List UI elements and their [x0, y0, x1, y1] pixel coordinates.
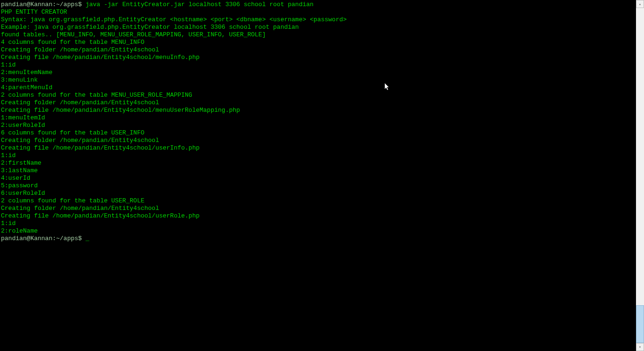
terminal-line: 2:menuItemName: [1, 69, 636, 76]
terminal-output[interactable]: pandian@Kannan:~/apps$ java -jar EntityC…: [0, 0, 636, 351]
shell-command: java -jar EntityCreator.jar localhost 33…: [82, 1, 314, 8]
shell-prompt: pandian@Kannan:~/apps$: [1, 235, 82, 242]
terminal-line: 2:userRoleId: [1, 122, 636, 129]
terminal-line: Creating file /home/pandian/Entity4schoo…: [1, 212, 636, 220]
terminal-line: 6 columns found for the table USER_INFO: [1, 129, 636, 137]
terminal-line: found tables.. [MENU_INFO, MENU_USER_ROL…: [1, 31, 636, 39]
terminal-line: 1:id: [1, 61, 636, 69]
terminal-line: pandian@Kannan:~/apps$ java -jar EntityC…: [1, 1, 636, 8]
terminal-line: 3:lastName: [1, 167, 636, 175]
terminal-line: Syntax: java org.grassfield.php.EntityCr…: [1, 16, 636, 24]
terminal-line: Creating file /home/pandian/Entity4schoo…: [1, 54, 636, 61]
terminal-line: Creating file /home/pandian/Entity4schoo…: [1, 144, 636, 152]
terminal-line: 2 columns found for the table USER_ROLE: [1, 197, 636, 205]
terminal-line: 4:parentMenuId: [1, 84, 636, 92]
vertical-scrollbar[interactable]: ▴ ▾: [636, 0, 644, 351]
terminal-line: 5:password: [1, 182, 636, 190]
terminal-line: 1:menuItemId: [1, 114, 636, 122]
terminal-line: 4 columns found for the table MENU_INFO: [1, 39, 636, 46]
terminal-line: Creating folder /home/pandian/Entity4sch…: [1, 137, 636, 144]
terminal-line: 1:id: [1, 152, 636, 159]
terminal-line: 1:id: [1, 220, 636, 227]
terminal-line: Creating folder /home/pandian/Entity4sch…: [1, 205, 636, 212]
scroll-up-button[interactable]: ▴: [636, 0, 644, 8]
terminal-line: 3:menuLink: [1, 76, 636, 84]
scroll-down-button[interactable]: ▾: [636, 343, 644, 351]
terminal-line: Creating folder /home/pandian/Entity4sch…: [1, 46, 636, 54]
terminal-line: 6:userRoleId: [1, 190, 636, 197]
terminal-line: PHP ENTITY CREATOR: [1, 8, 636, 16]
shell-prompt: pandian@Kannan:~/apps$: [1, 1, 82, 8]
terminal-line: 4:userId: [1, 175, 636, 182]
terminal-line: 2 columns found for the table MENU_USER_…: [1, 92, 636, 99]
cursor: _: [85, 235, 89, 242]
terminal-line: 2:firstName: [1, 159, 636, 167]
terminal-line: Creating file /home/pandian/Entity4schoo…: [1, 107, 636, 114]
terminal-line: Example: java org.grassfield.php.EntityC…: [1, 24, 636, 31]
terminal-line: 2:roleName: [1, 227, 636, 235]
scroll-thumb[interactable]: [636, 305, 644, 343]
terminal-line: Creating folder /home/pandian/Entity4sch…: [1, 99, 636, 107]
terminal-line: pandian@Kannan:~/apps$ _: [1, 235, 636, 242]
